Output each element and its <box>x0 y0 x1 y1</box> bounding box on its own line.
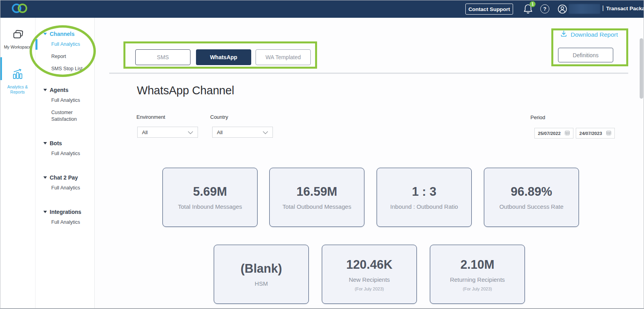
menu-section-agents: Agents Full Analytics Customer Satisfact… <box>35 86 94 125</box>
menu-header-agents[interactable]: Agents <box>35 86 94 94</box>
rail-active-indicator <box>0 57 2 80</box>
package-label: Transact Package <box>606 6 644 11</box>
metric-card-total-outbound: 16.59M Total Outbound Messages <box>269 168 364 227</box>
chevron-down-icon <box>188 129 193 135</box>
nav-divider: | <box>602 4 604 11</box>
triangle-down-icon <box>43 176 47 179</box>
menu-item-bots-full-analytics[interactable]: Full Analytics <box>35 148 94 160</box>
menu-section-integrations: Integrations Full Analytics <box>35 208 94 228</box>
triangle-down-icon <box>43 33 47 35</box>
period-start-date-input[interactable]: 25/07/2022 <box>534 128 573 139</box>
download-report-link[interactable]: Download Report <box>560 30 618 39</box>
metric-card-new-recipients: 120.46K New Recipients (For July 2023) <box>322 245 417 304</box>
tab-wa-templated[interactable]: WA Templated <box>256 49 311 65</box>
page-title: WhatsApp Channel <box>137 84 234 97</box>
menu-item-chat2pay-full-analytics[interactable]: Full Analytics <box>35 182 94 194</box>
menu-section-bots: Bots Full Analytics <box>35 139 94 160</box>
period-label: Period <box>530 114 545 120</box>
rail-item-analytics-reports[interactable]: Analytics & Reports <box>0 68 35 95</box>
rail-label-analytics-line2: Reports <box>10 90 25 95</box>
menu-item-integrations-full-analytics[interactable]: Full Analytics <box>35 216 94 228</box>
workspace-documents-icon <box>11 30 24 42</box>
top-navbar: Contact Support 1 ? | Transact Package <box>0 0 644 18</box>
menu-header-bots[interactable]: Bots <box>35 139 94 148</box>
triangle-down-icon <box>43 142 47 144</box>
menu-item-agents-customer-satisfaction[interactable]: Customer Satisfaction <box>35 107 94 125</box>
environment-label: Environment <box>136 114 165 120</box>
menu-item-channels-report[interactable]: Report <box>35 51 94 63</box>
metric-card-inbound-outbound-ratio: 1 : 3 Inbound : Outbound Ratio <box>377 168 472 227</box>
country-select[interactable]: All <box>212 127 273 138</box>
menu-header-chat2pay[interactable]: Chat 2 Pay <box>35 173 94 182</box>
tab-whatsapp[interactable]: WhatsApp <box>196 49 251 65</box>
metric-card-hsm: (Blank) HSM <box>214 245 309 304</box>
triangle-down-icon <box>43 89 47 91</box>
chevron-down-icon <box>263 129 268 135</box>
calendar-icon <box>565 130 570 136</box>
profile-avatar-icon[interactable] <box>557 4 567 14</box>
side-menu: Channels Full Analytics Report SMS Stop … <box>35 18 95 309</box>
calendar-icon <box>606 130 611 136</box>
menu-item-channels-full-analytics[interactable]: Full Analytics <box>35 38 94 51</box>
metric-card-returning-recipients: 2.10M Returning Recipients (For July 202… <box>430 245 525 304</box>
rail-item-my-workspace[interactable]: My Workspace <box>0 30 35 50</box>
metric-card-total-inbound: 5.69M Total Inbound Messages <box>162 168 258 227</box>
menu-item-agents-full-analytics[interactable]: Full Analytics <box>35 94 94 107</box>
logo-ring-green-icon <box>18 4 27 13</box>
triangle-down-icon <box>43 211 47 213</box>
menu-section-chat2pay: Chat 2 Pay Full Analytics <box>35 173 94 194</box>
rail-label-analytics-line1: Analytics & <box>7 84 28 90</box>
vertical-scrollbar-thumb[interactable] <box>640 38 643 99</box>
metric-card-outbound-success-rate: 96.89% Outbound Success Rate <box>484 168 579 227</box>
period-end-date-input[interactable]: 24/07/2023 <box>576 128 615 139</box>
analytics-bar-chart-icon <box>11 68 24 82</box>
user-name-blurred <box>569 4 600 14</box>
brand-logo[interactable] <box>12 4 27 13</box>
menu-item-channels-sms-stop-list[interactable]: SMS Stop List <box>35 63 94 75</box>
tab-sms[interactable]: SMS <box>135 49 190 65</box>
contact-support-button[interactable]: Contact Support <box>465 4 513 15</box>
icon-rail: My Workspace Analytics & Reports <box>0 18 35 309</box>
menu-section-channels: Channels Full Analytics Report SMS Stop … <box>35 30 94 75</box>
header-separator <box>109 73 628 74</box>
menu-header-channels[interactable]: Channels <box>35 30 94 38</box>
environment-select[interactable]: All <box>137 127 198 138</box>
notification-count-badge: 1 <box>530 1 536 7</box>
menu-header-integrations[interactable]: Integrations <box>35 208 94 216</box>
download-icon <box>560 30 567 39</box>
country-label: Country <box>210 114 228 120</box>
help-icon[interactable]: ? <box>540 4 549 13</box>
rail-label-workspace: My Workspace <box>4 45 31 50</box>
definitions-button[interactable]: Definitions <box>558 48 613 62</box>
